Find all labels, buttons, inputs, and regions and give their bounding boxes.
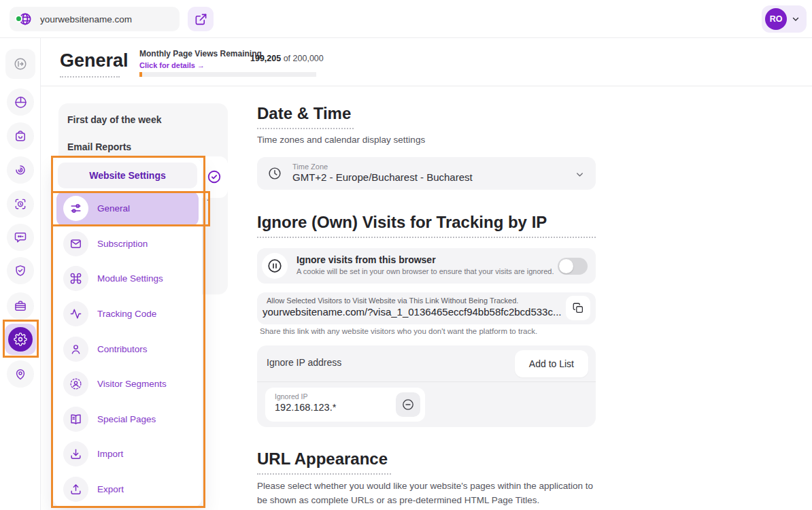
session-scan-icon [14, 197, 27, 211]
ignore-browser-row: Ignore visits from this browser A cookie… [257, 248, 596, 284]
rail-behaviour-button[interactable] [7, 156, 34, 184]
remove-ip-button[interactable] [396, 392, 420, 417]
page-title-underline [60, 76, 120, 78]
timezone-value: GMT+2 - Europe/Bucharest - Bucharest [292, 171, 473, 183]
copy-link-button[interactable] [566, 296, 590, 320]
rail-session-button[interactable] [7, 190, 34, 218]
settings-group-first-day[interactable]: First day of the week [67, 114, 161, 125]
settings-nav-item-visitor-segments[interactable]: Visitor Segments [53, 367, 202, 402]
website-globe-icon [15, 11, 34, 27]
open-website-button[interactable] [188, 7, 214, 31]
topbar: yourwebsitename.com RO [0, 0, 812, 38]
expand-sidebar-icon [13, 56, 28, 71]
settings-nav-label: Contributors [97, 344, 148, 354]
ignore-ip-panel: Add to List Ignored IP 192.168.123.* [257, 345, 596, 427]
settings-nav-label: Module Settings [97, 273, 163, 284]
settings-nav-item-special-pages[interactable]: Special Pages [53, 402, 202, 437]
ignore-browser-toggle[interactable] [558, 258, 588, 275]
settings-nav-label: Visitor Segments [97, 379, 167, 389]
book-icon [63, 407, 88, 432]
ignore-browser-desc: A cookie will be set in your own browser… [297, 267, 554, 275]
date-time-underline [257, 128, 354, 129]
settings-nav-item-general[interactable]: General [56, 191, 199, 226]
quota-numbers: 199,205 of 200,000 [250, 54, 324, 63]
chevron-down-icon [791, 14, 800, 24]
settings-nav-label: Export [97, 484, 124, 494]
rail-company-button[interactable] [7, 292, 34, 320]
rail-dashboard-button[interactable] [7, 88, 34, 116]
ignored-ip-card: Ignored IP 192.168.123.* [265, 388, 425, 422]
url-appearance-underline [257, 473, 391, 475]
rail-location-button[interactable] [7, 360, 34, 388]
website-settings-menu: Website Settings General Subscription Mo… [53, 158, 202, 507]
quota-label: Monthly Page Views Remaining [139, 49, 262, 58]
privacy-shield-icon [14, 264, 27, 277]
url-appearance-description: Please select whether you would like you… [257, 479, 598, 507]
copy-icon [572, 302, 584, 314]
settings-nav-label: Tracking Code [97, 309, 156, 319]
peek-ellipsis: .. [203, 192, 209, 203]
tracking-link-url: yourwebsitename.com/?visa_1_0136465eccf9… [263, 306, 561, 318]
settings-nav-label: General [97, 203, 130, 214]
quota-used: 199,205 [250, 54, 281, 63]
expand-sidebar-button[interactable] [5, 49, 35, 79]
pause-circle-icon [262, 253, 288, 279]
rail-feedback-button[interactable] [7, 224, 34, 251]
user-icon [63, 337, 88, 362]
ignore-browser-title: Ignore visits from this browser [297, 254, 436, 265]
mail-icon [63, 231, 88, 256]
avatar: RO [765, 8, 787, 30]
settings-nav-item-tracking-code[interactable]: Tracking Code [53, 296, 202, 332]
ignore-visits-heading: Ignore (Own) Visits for Tracking by IP [257, 213, 547, 232]
tracking-exempt-link-box: Allow Selected Visitors to Visit Website… [257, 292, 596, 324]
download-icon [63, 441, 88, 466]
company-briefcase-icon [14, 299, 27, 313]
date-time-subheading: Time zones and calendar display settings [257, 135, 425, 145]
user-scan-icon [63, 371, 88, 396]
settings-group-email-reports[interactable]: Email Reports [67, 141, 131, 152]
tracking-link-hint: Share this link with any website visitor… [260, 327, 537, 335]
module-rail [0, 38, 41, 510]
rail-ecommerce-button[interactable] [7, 122, 34, 150]
dashboard-pie-icon [14, 95, 28, 109]
settings-nav-item-contributors[interactable]: Contributors [53, 331, 202, 367]
tracking-link-label: Allow Selected Visitors to Visit Website… [267, 296, 518, 305]
rail-settings-button[interactable] [5, 324, 36, 355]
website-switcher[interactable]: yourwebsitename.com [10, 7, 180, 31]
settings-nav-label: Import [97, 449, 123, 459]
activity-icon [63, 301, 88, 326]
quota-details-link[interactable]: Click for details → [139, 61, 205, 69]
ip-panel-divider [257, 381, 596, 382]
settings-nav-item-import[interactable]: Import [53, 437, 202, 472]
website-settings-section-title[interactable]: Website Settings [58, 163, 197, 188]
ignored-ip-value: 192.168.123.* [275, 402, 336, 413]
settings-nav-item-export[interactable]: Export [53, 472, 202, 507]
page-title: General [60, 50, 129, 71]
ignore-ip-input[interactable] [267, 357, 498, 368]
timezone-select[interactable]: Time Zone GMT+2 - Europe/Bucharest - Buc… [257, 157, 596, 190]
settings-gear-icon [8, 327, 33, 352]
timezone-label: Time Zone [292, 163, 328, 171]
settings-nav-label: Subscription [97, 239, 148, 249]
settings-nav-item-subscription[interactable]: Subscription [53, 226, 202, 262]
date-time-heading: Date & Time [257, 104, 351, 123]
location-pin-icon [14, 367, 27, 381]
toggle-knob [559, 259, 573, 273]
behaviour-spiral-icon [14, 163, 27, 177]
rail-privacy-button[interactable] [7, 257, 34, 284]
settings-nav-label: Special Pages [97, 414, 156, 424]
ecommerce-bag-icon [14, 129, 27, 143]
external-link-icon [194, 13, 207, 26]
quota-total: of 200,000 [281, 54, 324, 63]
url-appearance-heading: URL Appearance [257, 449, 388, 469]
website-settings-items: General Subscription Module Settings Tra… [53, 191, 202, 507]
account-menu[interactable]: RO [762, 5, 807, 33]
website-name: yourwebsitename.com [40, 14, 132, 24]
ignore-visits-underline [257, 237, 596, 238]
settings-nav-item-module-settings[interactable]: Module Settings [53, 261, 202, 296]
sliders-icon [63, 196, 88, 221]
command-icon [63, 266, 88, 291]
feedback-chat-icon [14, 231, 27, 244]
add-to-list-button[interactable]: Add to List [515, 350, 588, 377]
upload-icon [63, 477, 88, 502]
